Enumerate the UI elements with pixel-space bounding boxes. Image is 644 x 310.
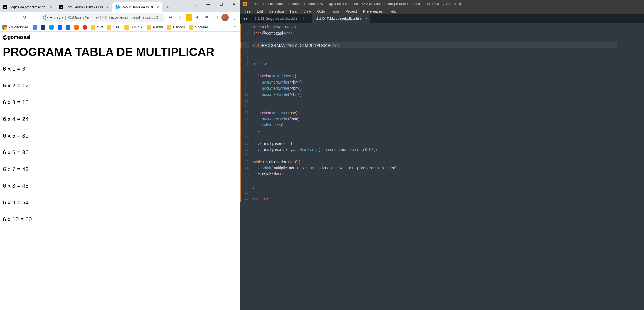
menu-help[interactable]: Help	[386, 8, 399, 14]
menu-edit[interactable]: Edit	[254, 8, 266, 14]
multiplication-row: 6 x 9 = 54	[3, 199, 238, 206]
sublime-titlebar: S C:\Users\Arnulfo Gomez\Documents\Perso…	[240, 0, 644, 8]
multiplication-row: 6 x 7 = 42	[3, 166, 238, 172]
bookmark-folder-panini[interactable]: Panini	[147, 25, 163, 30]
bookmarks-overflow[interactable]: »	[234, 25, 238, 30]
file-tab-1-active[interactable]: 2-2-04 Tabla de multiplicar.html ×	[312, 14, 370, 23]
site-info-icon[interactable]: i	[43, 15, 48, 20]
file-tab-title-1: 2-2-04 Tabla de multiplicar.html	[316, 17, 362, 21]
sublime-editor[interactable]: 1234567891011121314151617181920212223242…	[240, 23, 644, 310]
bookmark-icon	[33, 25, 37, 30]
apps-shortcut[interactable]: Aplicaciones	[2, 25, 29, 30]
tab-favicon-2: 🌐	[115, 5, 120, 9]
window-tabsearch[interactable]: ⌄	[189, 0, 202, 8]
forward-button[interactable]: →	[12, 13, 19, 22]
multiplication-row: 6 x 6 = 36	[3, 149, 238, 156]
url-kind: Archivo	[50, 15, 63, 20]
menu-selection[interactable]: Selection	[266, 8, 287, 14]
browser-tab-1[interactable]: a Foro | Alura Latam - Cursos o ✕	[56, 2, 112, 12]
chrome-menu-button[interactable]: ⋮	[230, 13, 238, 22]
share-button[interactable]: ↪	[167, 13, 174, 22]
tab-close-1[interactable]: ✕	[105, 5, 110, 9]
browser-tab-0[interactable]: a Lógica de programación: Con ✕	[0, 2, 56, 12]
gutter-modified-marker	[240, 24, 241, 202]
tab-close-0[interactable]: ✕	[49, 5, 53, 9]
multiplication-row: 6 x 8 = 48	[3, 182, 238, 189]
bookmark-item[interactable]	[49, 25, 54, 30]
page-subtitle: @gomezaal	[3, 35, 238, 40]
folder-icon	[167, 25, 171, 30]
menu-goto[interactable]: Goto	[314, 8, 328, 14]
tab-favicon-0: a	[3, 5, 7, 9]
side-panel-button[interactable]: ◫	[212, 13, 220, 22]
reload-button[interactable]: ⟳	[21, 13, 29, 22]
menu-preferences[interactable]: Preferences	[360, 8, 385, 14]
tab-nav-arrows[interactable]: ◀▶	[240, 14, 250, 23]
menu-project[interactable]: Project	[343, 8, 360, 14]
window-minimize[interactable]: —	[202, 0, 215, 8]
file-tab-0[interactable]: 2-1-11 Juego de adivinación.html ×	[250, 14, 312, 23]
bookmark-label: CAD	[113, 25, 120, 29]
bookmark-folder-sycsa[interactable]: SYCSA	[124, 25, 143, 30]
bookmark-icon	[74, 25, 79, 30]
multiplication-row: 6 x 1 = 6	[3, 65, 238, 72]
home-button[interactable]: ⌂	[30, 13, 38, 22]
file-tab-close-1[interactable]: ×	[366, 17, 367, 21]
apps-icon	[2, 25, 7, 30]
bookmark-folder-bancos[interactable]: Bancos	[167, 25, 185, 30]
chrome-tabstrip: a Lógica de programación: Con ✕ a Foro |…	[0, 0, 240, 12]
address-bar[interactable]: i Archivo | C:/Users/Arnulfo%20Gomez/Doc…	[40, 13, 165, 22]
folder-icon	[91, 25, 95, 30]
bookmark-icon	[83, 25, 87, 30]
code-area[interactable]: <meta charset="UTF-8"><h4>@gomezaal</h4>…	[251, 23, 619, 310]
file-tab-title-0: 2-1-11 Juego de adivinación.html	[255, 17, 304, 21]
menu-file[interactable]: File	[242, 8, 253, 14]
bookmark-item[interactable]	[33, 25, 37, 30]
browser-tab-2-active[interactable]: 🌐 2-2-04 Tabla de multiplicar.h ✕	[112, 2, 162, 12]
bookmark-item[interactable]	[83, 25, 87, 30]
multiplication-row: 6 x 4 = 24	[3, 116, 238, 122]
url-sep: |	[65, 15, 66, 20]
chrome-window: a Lógica de programación: Con ✕ a Foro |…	[0, 0, 240, 310]
bookmark-item[interactable]	[74, 25, 79, 30]
bookmark-label: Sociales	[195, 25, 209, 29]
tab-close-2[interactable]: ✕	[155, 5, 160, 9]
page-title: PROGRAMA TABLA DE MULTIPLICAR	[3, 45, 238, 59]
bookmark-item[interactable]	[41, 25, 45, 30]
rendered-page: @gomezaal PROGRAMA TABLA DE MULTIPLICAR …	[0, 32, 240, 310]
bookmark-icon	[66, 25, 70, 30]
profile-avatar[interactable]	[221, 14, 229, 21]
bookmark-folder-sw[interactable]: SW	[91, 25, 103, 30]
menu-tools[interactable]: Tools	[328, 8, 342, 14]
window-maximize[interactable]: ☐	[215, 0, 228, 8]
sublime-filetabs: ◀▶ 2-1-11 Juego de adivinación.html × 2-…	[240, 14, 644, 23]
back-button[interactable]: ←	[2, 13, 10, 22]
folder-icon	[147, 25, 151, 30]
tab-title-2: 2-2-04 Tabla de multiplicar.h	[122, 5, 153, 9]
file-tab-close-0[interactable]: ×	[307, 17, 309, 21]
bookmark-icon	[49, 25, 54, 30]
bookmark-folder-cad[interactable]: CAD	[107, 25, 120, 30]
keep-extension-icon[interactable]	[186, 14, 192, 21]
menu-view[interactable]: View	[300, 8, 314, 14]
bookmarks-bar: Aplicaciones SW CAD SYCSA Panini Bancos …	[0, 23, 240, 32]
bookmark-item[interactable]	[58, 25, 62, 30]
minimap[interactable]	[619, 23, 644, 310]
extensions-button[interactable]: ✦	[193, 13, 201, 22]
multiplication-row: 6 x 10 = 60	[3, 216, 238, 223]
folder-icon	[189, 25, 193, 30]
sublime-menubar: File Edit Selection Find View Goto Tools…	[240, 8, 644, 14]
bookmark-star-button[interactable]: ☆	[176, 13, 184, 22]
bookmark-folder-sociales[interactable]: Sociales	[189, 25, 209, 30]
tab-title-0: Lógica de programación: Con	[9, 5, 47, 9]
line-gutter: 1234567891011121314151617181920212223242…	[240, 23, 251, 310]
window-close[interactable]: ✕	[228, 0, 240, 8]
sublime-logo-icon: S	[243, 2, 247, 6]
bookmark-label: SYCSA	[130, 25, 143, 29]
new-tab-button[interactable]: +	[162, 2, 172, 12]
multiplication-row: 6 x 5 = 30	[3, 132, 238, 139]
bookmark-item[interactable]	[66, 25, 70, 30]
reading-list-button[interactable]: ≡	[203, 13, 211, 22]
menu-find[interactable]: Find	[287, 8, 300, 14]
window-controls: ⌄ — ☐ ✕	[189, 0, 240, 12]
